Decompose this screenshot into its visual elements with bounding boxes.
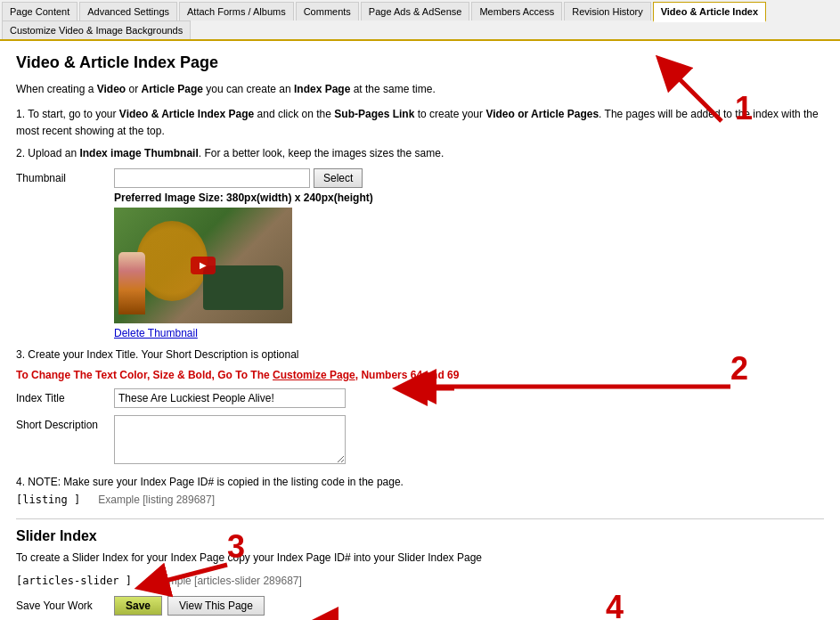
intro-text: When creating a Video or Article Page yo…: [16, 81, 824, 97]
index-title-field: [114, 388, 824, 408]
short-desc-field: [114, 415, 824, 467]
thumbnail-row: Thumbnail Select Preferred Image Size: 3…: [16, 168, 824, 339]
slider-section: Slider Index To create a Slider Index fo…: [16, 518, 824, 587]
customize-page-link[interactable]: Customize Page: [273, 369, 355, 381]
thumbnail-label: Thumbnail: [16, 168, 114, 184]
instruction-2: 2. Upload an Index image Thumbnail. For …: [16, 145, 824, 162]
index-title-label: Index Title: [16, 388, 114, 404]
instruction-3: 3. Create your Index Title. Your Short D…: [16, 347, 824, 363]
listing-code: [listing ]: [16, 494, 80, 506]
thumbnail-input[interactable]: [114, 168, 310, 188]
thumbnail-field: Select Preferred Image Size: 380px(width…: [114, 168, 824, 339]
tab-video-article-index[interactable]: Video & Article Index: [653, 2, 766, 22]
page-title: Video & Article Index Page: [16, 53, 824, 72]
index-title-row: Index Title: [16, 388, 824, 408]
play-icon: [191, 257, 216, 274]
short-desc-label: Short Description: [16, 415, 114, 431]
tab-attach-forms[interactable]: Attach Forms / Albums: [179, 2, 294, 20]
preferred-size-text: Preferred Image Size: 380px(width) x 240…: [114, 192, 824, 204]
delete-thumbnail-link[interactable]: Delete Thumbnail: [114, 327, 198, 339]
index-title-input[interactable]: [114, 388, 346, 408]
slider-example: Example [articles-slider 289687]: [150, 575, 302, 587]
customize-note: To Change The Text Color, Size & Bold, G…: [16, 369, 824, 381]
tab-customize-video[interactable]: Customize Video & Image Backgrounds: [2, 20, 191, 39]
slider-title: Slider Index: [16, 528, 824, 544]
tab-comments[interactable]: Comments: [296, 2, 359, 20]
main-content: Video & Article Index Page When creating…: [0, 41, 840, 620]
listing-example: Example [listing 289687]: [98, 494, 215, 506]
save-button[interactable]: Save: [114, 596, 162, 616]
tabs-bar: Page Content Advanced Settings Attach Fo…: [0, 0, 840, 41]
slider-code-row: [articles-slider ] Example [articles-sli…: [16, 575, 824, 587]
tab-revision-history[interactable]: Revision History: [564, 2, 650, 20]
slider-intro: To create a Slider Index for your Index …: [16, 550, 824, 566]
short-desc-row: Short Description: [16, 415, 824, 467]
tab-page-content[interactable]: Page Content: [2, 2, 77, 20]
select-button[interactable]: Select: [314, 168, 363, 188]
listing-code-row: [listing ] Example [listing 289687]: [16, 494, 824, 506]
instruction-4: 4. NOTE: Make sure your Index Page ID# i…: [16, 474, 824, 490]
instruction-1: 1. To start, go to your Video & Article …: [16, 106, 824, 140]
thumbnail-image: [114, 208, 292, 323]
view-this-page-button[interactable]: View This Page: [167, 596, 265, 616]
short-desc-textarea[interactable]: [114, 415, 346, 464]
tab-members-access[interactable]: Members Access: [471, 2, 562, 20]
tab-page-ads[interactable]: Page Ads & AdSense: [361, 2, 470, 20]
save-label: Save Your Work: [16, 600, 114, 612]
tab-advanced-settings[interactable]: Advanced Settings: [79, 2, 177, 20]
slider-code: [articles-slider ]: [16, 575, 132, 587]
save-row: Save Your Work Save View This Page: [16, 596, 824, 616]
